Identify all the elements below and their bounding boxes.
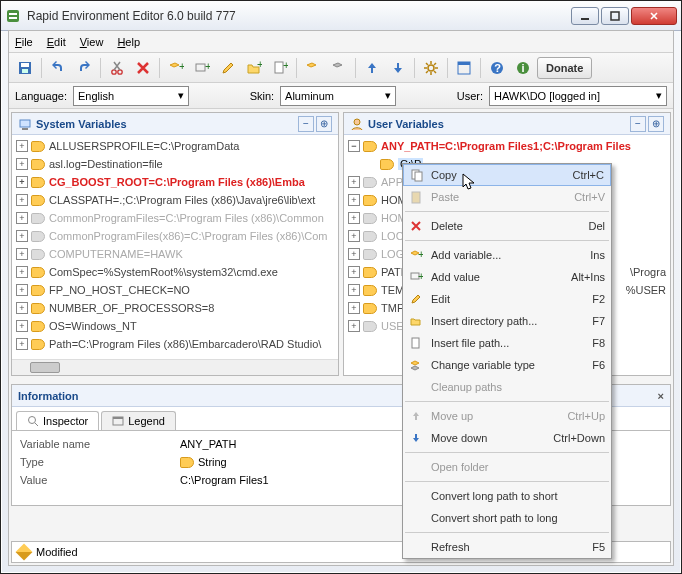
svg-rect-11	[196, 64, 205, 71]
svg-text:+: +	[283, 60, 288, 71]
menu-help[interactable]: Help	[117, 36, 140, 48]
help-button[interactable]: ?	[485, 56, 509, 80]
svg-rect-2	[9, 17, 17, 19]
tree-row[interactable]: +ALLUSERSPROFILE=C:\ProgramData	[12, 137, 338, 155]
insert-dir-button[interactable]: +	[242, 56, 266, 80]
ctx-refresh[interactable]: RefreshF5	[403, 536, 611, 558]
tree-row[interactable]: +CG_BOOST_ROOT=C:\Program Files (x86)\Em…	[12, 173, 338, 191]
move-up-button[interactable]	[360, 56, 384, 80]
svg-point-25	[354, 119, 360, 125]
ctx-convert-long-short[interactable]: Convert long path to short	[403, 485, 611, 507]
tree-row[interactable]: +CommonProgramFiles(x86)=C:\Program File…	[12, 227, 338, 245]
ctx-edit[interactable]: EditF2	[403, 288, 611, 310]
ctx-insert-file[interactable]: Insert file path...F8	[403, 332, 611, 354]
menu-view[interactable]: View	[80, 36, 104, 48]
svg-rect-23	[20, 120, 30, 127]
svg-point-9	[118, 69, 122, 73]
undo-button[interactable]	[46, 56, 70, 80]
tree-row[interactable]: +FP_NO_HOST_CHECK=NO	[12, 281, 338, 299]
options-bar: Language: English▾ Skin: Aluminum▾ User:…	[9, 83, 673, 109]
svg-rect-35	[412, 338, 419, 348]
maximize-button[interactable]	[601, 7, 629, 25]
ctx-insert-dir[interactable]: Insert directory path...F7	[403, 310, 611, 332]
language-combo[interactable]: English▾	[73, 86, 189, 106]
menu-edit[interactable]: Edit	[47, 36, 66, 48]
svg-rect-30	[415, 172, 422, 181]
tree-row[interactable]: +CommonProgramFiles=C:\Program Files (x8…	[12, 209, 338, 227]
about-button[interactable]: i	[511, 56, 535, 80]
redo-button[interactable]	[72, 56, 96, 80]
panel-expand-button[interactable]: ⊕	[648, 116, 664, 132]
svg-text:+: +	[257, 60, 262, 70]
svg-rect-0	[7, 10, 19, 22]
ctx-cleanup[interactable]: Cleanup paths	[403, 376, 611, 398]
settings-button[interactable]	[419, 56, 443, 80]
tree-row[interactable]: +COMPUTERNAME=HAWK	[12, 245, 338, 263]
edit-button[interactable]	[216, 56, 240, 80]
tab-legend[interactable]: Legend	[101, 411, 176, 430]
svg-rect-24	[22, 128, 28, 130]
menu-file[interactable]: File	[15, 36, 33, 48]
h-scrollbar[interactable]	[12, 359, 338, 375]
panel-collapse-button[interactable]: −	[630, 116, 646, 132]
add-variable-button[interactable]: +	[164, 56, 188, 80]
modified-icon	[16, 544, 33, 561]
add-value-button[interactable]: +	[190, 56, 214, 80]
move-down-button[interactable]	[386, 56, 410, 80]
tree-row[interactable]: −ANY_PATH=C:\Program Files1;C:\Program F…	[344, 137, 670, 155]
svg-text:+: +	[418, 248, 423, 260]
ctx-change-type[interactable]: Change variable typeF6	[403, 354, 611, 376]
system-tree[interactable]: +ALLUSERSPROFILE=C:\ProgramData+asl.log=…	[12, 135, 338, 359]
tag2-button[interactable]	[327, 56, 351, 80]
svg-rect-3	[581, 18, 589, 20]
ctx-move-down[interactable]: Move downCtrl+Down	[403, 427, 611, 449]
user-label: User:	[457, 90, 483, 102]
ctx-delete[interactable]: DeleteDel	[403, 215, 611, 237]
svg-text:+: +	[418, 270, 423, 282]
donate-button[interactable]: Donate	[537, 57, 592, 79]
layout-button[interactable]	[452, 56, 476, 80]
info-close-button[interactable]: ×	[658, 390, 664, 402]
tree-row[interactable]: +Path=C:\Program Files (x86)\Embarcadero…	[12, 335, 338, 353]
toolbar: + + + + ? i Donate	[9, 53, 673, 83]
tree-row[interactable]: +NUMBER_OF_PROCESSORS=8	[12, 299, 338, 317]
ctx-convert-short-long[interactable]: Convert short path to long	[403, 507, 611, 529]
svg-point-26	[29, 417, 36, 424]
ctx-add-variable[interactable]: +Add variable...Ins	[403, 244, 611, 266]
ctx-open-folder[interactable]: Open folder	[403, 456, 611, 478]
close-button[interactable]	[631, 7, 677, 25]
window-title: Rapid Environment Editor 6.0 build 777	[27, 9, 571, 23]
system-panel-title: System Variables	[36, 118, 127, 130]
tree-row[interactable]: +asl.log=Destination=file	[12, 155, 338, 173]
system-icon	[18, 117, 32, 131]
ctx-move-up[interactable]: Move upCtrl+Up	[403, 405, 611, 427]
ctx-add-value[interactable]: +Add valueAlt+Ins	[403, 266, 611, 288]
svg-text:+: +	[205, 60, 210, 72]
menubar: File Edit View Help	[9, 31, 673, 53]
insert-file-button[interactable]: +	[268, 56, 292, 80]
tree-row[interactable]: +ComSpec=%SystemRoot%\system32\cmd.exe	[12, 263, 338, 281]
svg-text:?: ?	[494, 62, 501, 74]
minimize-button[interactable]	[571, 7, 599, 25]
delete-button[interactable]	[131, 56, 155, 80]
tag1-button[interactable]	[301, 56, 325, 80]
tab-inspector[interactable]: Inspector	[16, 411, 99, 430]
user-combo[interactable]: HAWK\DO [logged in]▾	[489, 86, 667, 106]
svg-rect-4	[611, 12, 619, 20]
ctx-paste[interactable]: PasteCtrl+V	[403, 186, 611, 208]
svg-rect-18	[458, 62, 470, 65]
tree-row[interactable]: +CLASSPATH=.;C:\Program Files (x86)\Java…	[12, 191, 338, 209]
svg-rect-1	[9, 13, 17, 15]
svg-rect-14	[275, 62, 283, 73]
panel-collapse-button[interactable]: −	[298, 116, 314, 132]
svg-rect-6	[21, 63, 29, 67]
svg-text:+: +	[179, 60, 184, 72]
panel-expand-button[interactable]: ⊕	[316, 116, 332, 132]
skin-label: Skin:	[250, 90, 274, 102]
skin-combo[interactable]: Aluminum▾	[280, 86, 396, 106]
tree-row[interactable]: +OS=Windows_NT	[12, 317, 338, 335]
system-variables-panel: System Variables − ⊕ +ALLUSERSPROFILE=C:…	[11, 112, 339, 376]
cut-button[interactable]	[105, 56, 129, 80]
save-button[interactable]	[13, 56, 37, 80]
ctx-copy[interactable]: CopyCtrl+C	[403, 164, 611, 186]
